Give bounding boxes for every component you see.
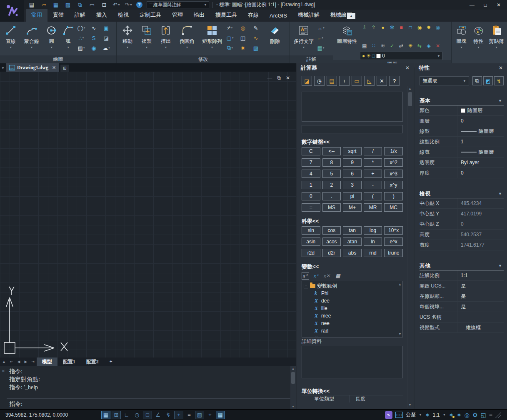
- chevron-down-icon[interactable]: ▼: [419, 413, 422, 417]
- last-layout-icon[interactable]: ⇥: [29, 360, 37, 364]
- layout-tab[interactable]: 模型: [37, 358, 57, 366]
- calc-key[interactable]: x^2: [384, 158, 403, 167]
- new-variable-icon[interactable]: x⁺: [302, 272, 309, 280]
- layer-selector[interactable]: ● ☀ □ 0 ▼: [360, 52, 442, 60]
- ellipse-icon[interactable]: ◯: [77, 24, 85, 32]
- dynamic-input-icon[interactable]: +: [174, 411, 183, 419]
- donut-icon[interactable]: ◉: [90, 44, 98, 52]
- model-canvas[interactable]: — ⧉ ✕: [0, 72, 296, 358]
- calculator-scrollbar[interactable]: ▲ ▼: [407, 86, 412, 408]
- save-icon[interactable]: ▦: [52, 1, 60, 9]
- gradient-icon[interactable]: ▨: [252, 44, 260, 52]
- spline-edit-icon[interactable]: ∿: [252, 34, 260, 42]
- ribbon-tab[interactable]: 常用: [26, 9, 47, 22]
- document-tab[interactable]: DWG Drawing1.dwg ✕: [6, 63, 59, 72]
- quick-select-icon[interactable]: ↯: [494, 76, 504, 85]
- calc-key[interactable]: 0: [302, 192, 320, 200]
- angle-snap-icon[interactable]: ∠: [153, 411, 162, 419]
- layer-isolate-icon[interactable]: ◎: [433, 23, 442, 32]
- scale-icon[interactable]: ⧉: [226, 44, 234, 52]
- section-header[interactable]: 其他 ▼: [420, 261, 504, 270]
- multileader-icon[interactable]: ⌐: [317, 34, 325, 42]
- property-row[interactable]: 中心點 Y 417.0199: [420, 209, 504, 219]
- ribbon-tab[interactable]: 輸出: [188, 9, 210, 22]
- ribbon-tab[interactable]: 定制工具: [134, 9, 167, 22]
- offset-icon[interactable]: ◎: [239, 24, 247, 32]
- calc-key[interactable]: -: [364, 181, 382, 189]
- layer-state-up-icon[interactable]: ⇧: [369, 23, 378, 32]
- scroll-up-icon[interactable]: ▲: [292, 366, 295, 371]
- layer-walk-icon[interactable]: ∷: [369, 41, 378, 50]
- revision-cloud-icon[interactable]: ☁: [102, 44, 110, 52]
- auto-annotation-scale-icon[interactable]: ✶: [449, 412, 454, 418]
- panel-title-modify[interactable]: 修改: [117, 55, 290, 63]
- calc-key[interactable]: e^x: [384, 238, 403, 246]
- calc-key[interactable]: /: [364, 147, 382, 155]
- close-calculator-icon[interactable]: ✕: [405, 65, 410, 71]
- edit-attribute-icon[interactable]: ✎: [252, 24, 260, 32]
- property-row[interactable]: 每個視埠... 是: [420, 302, 504, 312]
- object-snap-tracking-icon[interactable]: ↯: [164, 411, 173, 419]
- calc-key[interactable]: ln: [364, 238, 382, 246]
- line-button[interactable]: 直線 ▾: [2, 23, 20, 55]
- ribbon-tab[interactable]: 實體: [47, 9, 69, 22]
- calc-key[interactable]: =: [302, 203, 320, 212]
- annotation-visibility-icon[interactable]: ✶: [425, 412, 430, 418]
- wipeout-icon[interactable]: ◪: [102, 34, 110, 42]
- block-button[interactable]: 圖塊 ▾: [453, 23, 470, 61]
- calc-key[interactable]: (: [364, 192, 382, 200]
- first-layout-icon[interactable]: ⇤: [8, 360, 15, 364]
- annotation-scale-label[interactable]: 1:1: [433, 412, 440, 418]
- rectangular-array-button[interactable]: 矩形陣列 ▾: [199, 23, 225, 55]
- property-row[interactable]: 圖層 0: [420, 116, 504, 126]
- scientific-section-header[interactable]: 科學<<: [302, 218, 403, 225]
- command-input[interactable]: 指令:: [7, 398, 290, 409]
- property-row[interactable]: 高度 540.2537: [420, 230, 504, 240]
- erase-button[interactable]: 刪除: [265, 23, 285, 55]
- command-scrollbar[interactable]: ▲ ▼: [290, 366, 296, 409]
- snap-mode-icon[interactable]: ⊞: [112, 411, 121, 419]
- next-layout-icon[interactable]: ▶: [22, 360, 29, 364]
- calc-key[interactable]: tan: [343, 226, 362, 235]
- transparency-icon[interactable]: ▨: [195, 411, 204, 419]
- calc-key[interactable]: 9: [343, 158, 362, 167]
- open-icon[interactable]: ▱: [40, 1, 48, 9]
- calc-key[interactable]: pi: [343, 192, 362, 200]
- delete-variable-icon[interactable]: x✕: [323, 272, 331, 280]
- thaw-all-layers-icon[interactable]: ✹: [424, 23, 433, 32]
- close-button[interactable]: ✕: [493, 1, 505, 9]
- rectangle-icon[interactable]: ▣: [102, 24, 110, 32]
- variable-item[interactable]: X nee: [304, 320, 397, 327]
- close-properties-icon[interactable]: ✕: [499, 65, 503, 71]
- calc-key[interactable]: M+: [343, 203, 362, 212]
- grid-display-icon[interactable]: ▦: [101, 411, 110, 419]
- calc-key[interactable]: C: [302, 147, 320, 155]
- calc-key[interactable]: d2r: [322, 249, 341, 257]
- get-coordinates-icon[interactable]: +: [339, 76, 350, 86]
- calc-key[interactable]: log: [364, 226, 382, 235]
- undo-icon[interactable]: ↶: [112, 1, 120, 9]
- calc-key[interactable]: <--: [322, 147, 341, 155]
- calc-key[interactable]: 1/x: [384, 147, 403, 155]
- variable-item[interactable]: X ille: [304, 305, 397, 312]
- layer-match-icon[interactable]: ≋: [378, 41, 387, 50]
- calc-key[interactable]: 8: [322, 158, 341, 167]
- quick-view-drawings-icon[interactable]: ▦: [216, 411, 225, 419]
- layer-off-icon[interactable]: ●: [378, 23, 387, 32]
- calc-key[interactable]: asin: [302, 238, 320, 246]
- calc-key[interactable]: trunc: [384, 249, 403, 257]
- layer-properties-button[interactable]: 圖層特性: [335, 23, 359, 55]
- calc-key[interactable]: acos: [322, 238, 341, 246]
- scroll-thumb[interactable]: [291, 372, 295, 384]
- fullscreen-icon[interactable]: ◱: [481, 412, 486, 418]
- previous-layout-icon[interactable]: ◀: [15, 360, 22, 364]
- drawing-units-icon[interactable]: 0.0: [395, 412, 403, 418]
- calc-key[interactable]: cos: [322, 226, 341, 235]
- menu-icon[interactable]: ≡: [489, 412, 492, 418]
- scroll-down-icon[interactable]: ▼: [409, 402, 412, 408]
- paste-to-command-line-icon[interactable]: ▤: [327, 76, 337, 86]
- spline-icon[interactable]: ∿: [90, 24, 98, 32]
- resize-grip[interactable]: [495, 412, 501, 418]
- panel-title-annotate[interactable]: 註解: [290, 55, 333, 63]
- section-header[interactable]: 檢視 ▼: [420, 189, 504, 198]
